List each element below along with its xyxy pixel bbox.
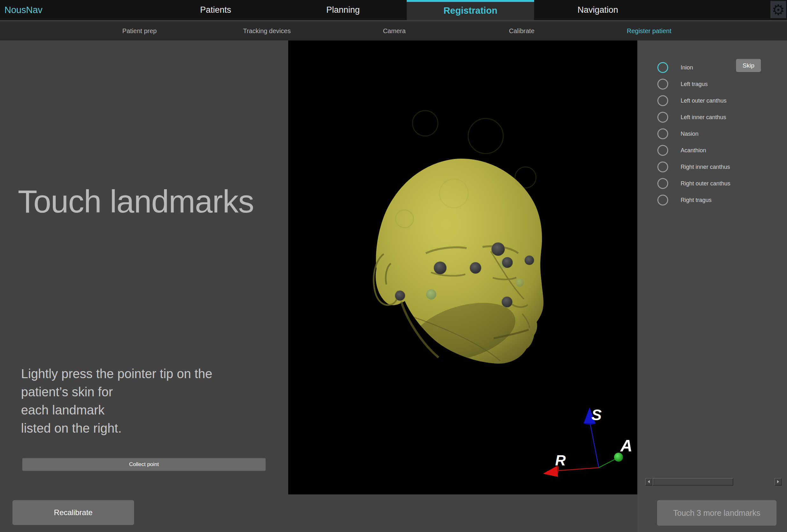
axis-label-right: R	[555, 452, 566, 469]
step-camera[interactable]: Camera	[383, 21, 405, 40]
recalibrate-button[interactable]: Recalibrate	[13, 500, 134, 525]
landmark-label: Acanthion	[681, 145, 706, 156]
top-bar: NousNav Patients Planning Registration N…	[0, 0, 787, 20]
landmark-row-left-tragus: Left tragus	[637, 79, 787, 89]
landmark-label: Right tragus	[681, 195, 711, 206]
radio-inion[interactable]	[657, 62, 668, 73]
axis-anterior-line	[599, 459, 617, 468]
tab-navigation[interactable]: Navigation	[534, 0, 661, 20]
landmark-row-left-outer-canthus: Left outer canthus	[637, 95, 787, 106]
page-title: Touch landmarks	[18, 183, 254, 220]
scrollbar-thumb[interactable]	[653, 478, 733, 486]
landmark-point	[470, 262, 481, 274]
landmark-label: Inion	[681, 62, 693, 73]
instruction-text: Lightly press the pointer tip on the pat…	[21, 365, 212, 438]
landmark-label: Left inner canthus	[681, 112, 726, 123]
scroll-right-arrow-icon	[777, 480, 779, 483]
landmark-point	[395, 291, 405, 301]
settings-gear-icon[interactable]: ⚙	[770, 1, 786, 18]
landmark-row-left-inner-canthus: Left inner canthus	[637, 112, 787, 123]
scrollbar-left-button[interactable]	[645, 478, 652, 486]
app-window: NousNav Patients Planning Registration N…	[0, 0, 787, 532]
radio-right-inner-canthus[interactable]	[657, 162, 668, 172]
tab-planning[interactable]: Planning	[279, 0, 407, 20]
landmark-label: Right outer canthus	[681, 178, 730, 189]
landmark-panel: Skip Inion Left tragus Left outer canthu…	[637, 40, 787, 532]
instruction-line: each landmark	[21, 401, 212, 419]
landmark-label: Left tragus	[681, 79, 708, 89]
head-model-render: S R A	[288, 40, 637, 494]
step-patient-prep[interactable]: Patient prep	[122, 21, 157, 40]
radio-left-outer-canthus[interactable]	[657, 95, 668, 106]
step-calibrate[interactable]: Calibrate	[509, 21, 534, 40]
landmark-point	[502, 257, 513, 268]
3d-viewport[interactable]: S R A	[288, 40, 637, 494]
landmark-point	[502, 297, 512, 307]
landmark-point	[434, 261, 447, 274]
instruction-line: listed on the right.	[21, 419, 212, 438]
viewport-bottom-strip	[288, 494, 637, 532]
radio-left-inner-canthus[interactable]	[657, 112, 668, 123]
landmark-label: Nasion	[681, 128, 699, 139]
landmark-row-right-outer-canthus: Right outer canthus	[637, 178, 787, 189]
axis-superior-line	[590, 422, 599, 468]
landmark-label: Right inner canthus	[681, 162, 730, 172]
workflow-step-bar: Patient prep Tracking devices Camera Cal…	[0, 21, 787, 40]
collect-point-button[interactable]: Collect point	[22, 458, 265, 471]
step-tracking-devices[interactable]: Tracking devices	[243, 21, 291, 40]
landmark-point	[525, 255, 534, 265]
axis-label-superior: S	[592, 406, 602, 423]
scrollbar-right-button[interactable]	[774, 478, 782, 486]
radio-right-tragus[interactable]	[657, 195, 668, 206]
landmark-point-faded	[426, 289, 436, 299]
scroll-left-arrow-icon	[648, 480, 650, 483]
horizontal-scrollbar	[645, 478, 782, 486]
instruction-line: patient’s skin for	[21, 383, 212, 401]
orientation-axes: S R A	[543, 406, 633, 477]
landmark-row-right-tragus: Right tragus	[637, 195, 787, 206]
landmark-point	[491, 242, 505, 256]
head-model	[374, 110, 544, 372]
app-logo: NousNav	[4, 0, 42, 20]
radio-acanthion[interactable]	[657, 145, 668, 156]
landmark-row-nasion: Nasion	[637, 128, 787, 139]
landmark-point-faded	[516, 278, 524, 287]
touch-more-landmarks-button[interactable]: Touch 3 more landmarks	[657, 500, 777, 526]
tab-patients[interactable]: Patients	[152, 0, 279, 20]
instruction-panel: Touch landmarks Lightly press the pointe…	[0, 40, 288, 532]
landmark-label: Left outer canthus	[681, 95, 726, 106]
landmark-row-acanthion: Acanthion	[637, 145, 787, 156]
landmark-row-right-inner-canthus: Right inner canthus	[637, 162, 787, 172]
tab-registration[interactable]: Registration	[407, 0, 534, 20]
axis-label-anterior: A	[620, 437, 633, 455]
landmark-row-inion: Inion	[637, 62, 787, 73]
radio-left-tragus[interactable]	[657, 79, 668, 89]
step-register-patient[interactable]: Register patient	[627, 21, 672, 40]
radio-right-outer-canthus[interactable]	[657, 178, 668, 189]
instruction-line: Lightly press the pointer tip on the	[21, 365, 212, 383]
radio-nasion[interactable]	[657, 128, 668, 139]
